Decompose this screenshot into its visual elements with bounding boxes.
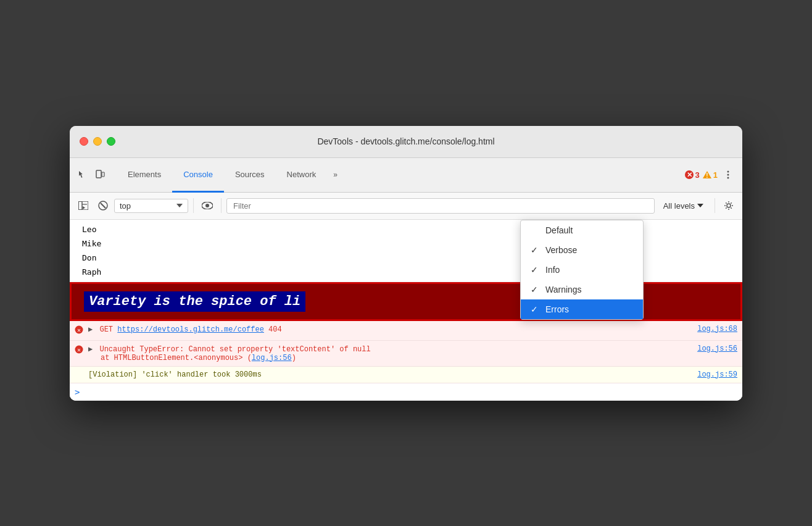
dropdown-item-warnings[interactable]: ✓ Warnings	[521, 280, 643, 299]
maximize-button[interactable]	[107, 137, 115, 146]
devtools-window: DevTools - devtools.glitch.me/console/lo…	[70, 126, 742, 401]
log-text-2: ▶ Uncaught TypeError: Cannot set propert…	[88, 344, 692, 362]
error-link-2[interactable]: log.js:56	[252, 354, 292, 362]
expand-arrow-2[interactable]: ▶	[88, 345, 93, 354]
error-icon-2: ✕	[75, 345, 83, 356]
dropdown-item-info[interactable]: ✓ Info	[521, 260, 643, 280]
dropdown-arrow-icon	[176, 204, 183, 207]
svg-rect-9	[78, 201, 82, 210]
dropdown-item-default[interactable]: Default	[521, 220, 643, 240]
tab-console[interactable]: Console	[172, 158, 224, 193]
svg-point-6	[727, 171, 729, 173]
svg-point-8	[727, 177, 729, 179]
tab-more[interactable]: »	[327, 158, 344, 192]
log-source-3[interactable]: log.js:59	[697, 370, 737, 379]
traffic-lights	[80, 137, 115, 146]
all-levels-button[interactable]: All levels	[657, 199, 710, 213]
warning-triangle-icon: !	[702, 170, 712, 180]
tabbar-icons	[75, 158, 117, 192]
svg-marker-15	[176, 204, 183, 207]
error-circle-icon-2: ✕	[75, 345, 83, 354]
close-button[interactable]	[80, 137, 88, 146]
levels-dropdown: Default ✓ Verbose ✓ Info ✓ Warnings ✓ Er…	[520, 220, 644, 320]
console-prompt: >	[75, 387, 80, 397]
dropdown-item-verbose[interactable]: ✓ Verbose	[521, 240, 643, 260]
svg-text:✕: ✕	[77, 327, 81, 334]
dropdown-item-errors[interactable]: ✓ Errors	[521, 299, 643, 319]
log-source-2[interactable]: log.js:56	[697, 344, 737, 353]
error-circle-icon-1: ✕	[75, 325, 83, 334]
tab-elements[interactable]: Elements	[117, 158, 172, 193]
log-entry-3: [Violation] 'click' handler took 3000ms …	[70, 367, 742, 383]
sidebar-toggle-button[interactable]	[75, 197, 92, 214]
log-entry-2: ✕ ▶ Uncaught TypeError: Cannot set prope…	[70, 341, 742, 367]
log-text-1: ▶ GET https://devtools.glitch.me/coffee …	[88, 325, 692, 334]
console-input-row: >	[70, 383, 742, 401]
tabbar-right: ✕ 3 ! 1	[684, 158, 742, 192]
more-menu-icon[interactable]	[721, 168, 735, 182]
minimize-button[interactable]	[93, 137, 102, 146]
error-link-1[interactable]: https://devtools.glitch.me/coffee	[117, 325, 264, 334]
device-icon[interactable]	[93, 168, 107, 182]
svg-point-17	[205, 204, 209, 207]
window-title: DevTools - devtools.glitch.me/console/lo…	[317, 136, 494, 146]
error-circle-icon: ✕	[684, 170, 694, 180]
eye-icon[interactable]	[199, 197, 216, 214]
svg-marker-18	[697, 204, 703, 207]
svg-text:✕: ✕	[686, 171, 692, 178]
toolbar-divider-1	[193, 198, 194, 213]
svg-rect-0	[96, 170, 101, 178]
titlebar: DevTools - devtools.glitch.me/console/lo…	[70, 126, 742, 158]
svg-marker-12	[83, 206, 85, 209]
levels-dropdown-arrow-icon	[697, 204, 703, 207]
log-text-3: [Violation] 'click' handler took 3000ms	[88, 370, 692, 379]
toolbar-divider-3	[715, 198, 715, 213]
svg-text:!: !	[706, 172, 708, 179]
log-entry-1: ✕ ▶ GET https://devtools.glitch.me/coffe…	[70, 321, 742, 341]
tab-network[interactable]: Network	[276, 158, 328, 193]
inspect-icon[interactable]	[75, 168, 88, 182]
svg-line-14	[101, 203, 106, 208]
expand-arrow-1[interactable]: ▶	[88, 325, 93, 334]
svg-point-19	[727, 204, 731, 207]
error-icon-1: ✕	[75, 325, 83, 336]
context-selector[interactable]: top	[114, 199, 188, 213]
clear-console-button[interactable]	[94, 197, 112, 214]
filter-input[interactable]	[226, 198, 655, 214]
toolbar-divider-2	[221, 198, 222, 213]
warning-count-badge: ! 1	[702, 170, 718, 180]
svg-rect-1	[102, 172, 104, 177]
tab-sources[interactable]: Sources	[224, 158, 276, 193]
svg-text:✕: ✕	[77, 347, 81, 354]
tabbar: Elements Console Sources Network » ✕ 3	[70, 158, 742, 193]
svg-point-7	[727, 174, 729, 176]
console-toolbar: top All levels	[70, 193, 742, 220]
highlight-text: Variety is the spice of li	[84, 291, 305, 312]
settings-icon[interactable]	[720, 197, 737, 214]
error-count-badge: ✕ 3	[684, 170, 700, 180]
error-badge: ✕ 3 ! 1	[684, 170, 718, 180]
log-source-1[interactable]: log.js:68	[697, 325, 737, 333]
